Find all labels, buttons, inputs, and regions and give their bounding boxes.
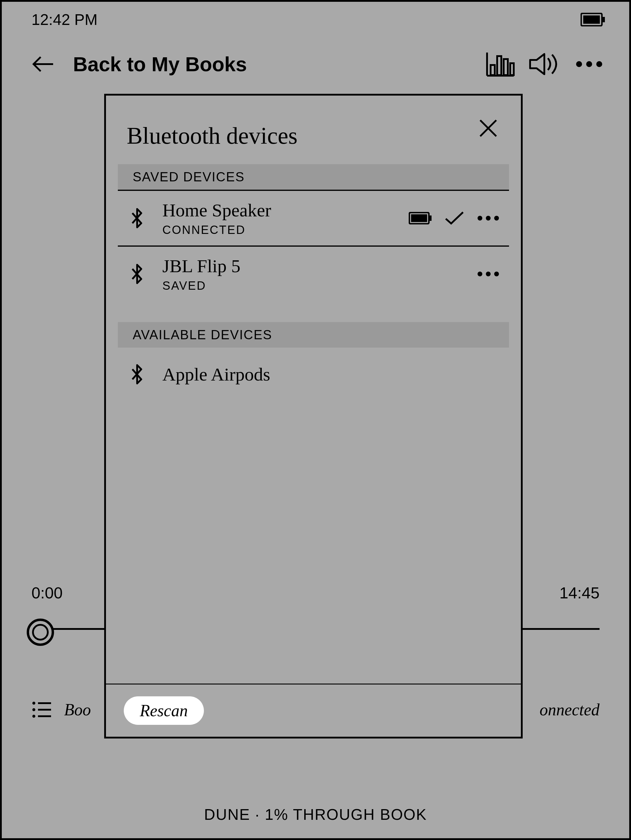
device-row[interactable]: JBL Flip 5 SAVED	[118, 247, 509, 301]
modal-title: Bluetooth devices	[127, 122, 500, 149]
svg-point-25	[478, 216, 482, 221]
svg-rect-24	[429, 215, 432, 221]
svg-marker-10	[530, 54, 544, 74]
bluetooth-icon	[127, 264, 148, 284]
svg-rect-6	[491, 65, 495, 75]
clock: 12:42 PM	[32, 11, 98, 28]
available-devices-list: Apple Airpods	[118, 347, 509, 401]
connected-label-fragment: onnected	[540, 700, 599, 719]
battery-icon	[581, 13, 606, 27]
device-name: JBL Flip 5	[162, 256, 476, 276]
bluetooth-icon	[127, 364, 148, 385]
svg-rect-7	[497, 56, 501, 75]
device-status: SAVED	[162, 279, 476, 292]
volume-icon[interactable]	[528, 51, 561, 77]
back-arrow-icon[interactable]	[32, 52, 55, 76]
svg-point-13	[596, 61, 602, 67]
scrubber-knob[interactable]	[27, 619, 54, 646]
header: Back to My Books	[2, 43, 629, 85]
modal-footer: Rescan	[106, 684, 521, 737]
saved-devices-list: Home Speaker CONNECTED	[118, 191, 509, 301]
status-bar: 12:42 PM	[2, 2, 629, 37]
check-icon	[443, 209, 466, 227]
svg-point-16	[32, 708, 35, 711]
close-icon[interactable]	[476, 116, 500, 140]
device-status: CONNECTED	[162, 223, 409, 237]
device-name: Home Speaker	[162, 200, 409, 221]
book-progress: DUNE · 1% THROUGH BOOK	[2, 805, 629, 823]
available-devices-header: AVAILABLE DEVICES	[118, 322, 509, 347]
svg-point-11	[576, 61, 582, 67]
svg-rect-9	[510, 63, 514, 75]
device-battery-icon	[409, 209, 432, 227]
svg-point-30	[494, 272, 499, 276]
bookmarks-list-icon[interactable]	[32, 699, 52, 720]
device-row[interactable]: Apple Airpods	[118, 347, 509, 401]
svg-point-27	[494, 216, 499, 221]
svg-point-18	[32, 715, 35, 718]
svg-point-29	[486, 272, 491, 276]
modal-header: Bluetooth devices	[106, 96, 521, 164]
svg-rect-23	[411, 214, 427, 222]
playback-remaining: 14:45	[560, 584, 599, 602]
device-row[interactable]: Home Speaker CONNECTED	[118, 191, 509, 247]
svg-point-12	[586, 61, 592, 67]
app-frame: 12:42 PM Back to My Books	[0, 0, 631, 840]
more-icon[interactable]	[573, 51, 606, 77]
svg-point-28	[478, 272, 482, 276]
device-name: Apple Airpods	[162, 364, 500, 385]
bluetooth-icon	[127, 208, 148, 229]
svg-rect-8	[504, 59, 508, 75]
saved-devices-header: SAVED DEVICES	[118, 164, 509, 191]
bookmarks-label-fragment: Boo	[64, 700, 91, 719]
rescan-button[interactable]: Rescan	[124, 696, 204, 725]
svg-point-26	[486, 216, 491, 221]
svg-rect-2	[603, 17, 605, 22]
device-more-icon[interactable]	[476, 209, 500, 227]
device-more-icon[interactable]	[476, 265, 500, 283]
stats-icon[interactable]	[484, 51, 516, 77]
playback-elapsed: 0:00	[32, 584, 63, 602]
back-label[interactable]: Back to My Books	[73, 52, 247, 76]
svg-point-14	[32, 702, 35, 705]
bluetooth-modal: Bluetooth devices SAVED DEVICES Home Spe…	[104, 94, 523, 739]
svg-rect-1	[583, 16, 600, 24]
